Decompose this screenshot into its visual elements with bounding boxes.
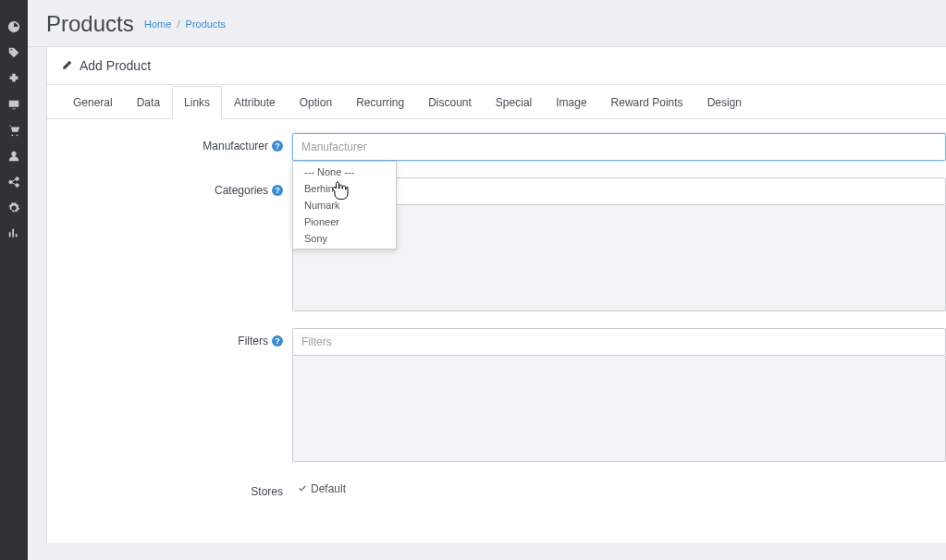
breadcrumb-sep: / — [177, 18, 179, 30]
filters-wellbox — [292, 356, 946, 462]
label-stores-text: Stores — [251, 485, 283, 498]
sidebar-item-share[interactable] — [0, 169, 28, 195]
label-filters-text: Filters — [238, 335, 268, 347]
check-icon — [298, 484, 307, 493]
stores-default-label[interactable]: Default — [311, 482, 346, 495]
sidebar — [0, 0, 28, 560]
row-manufacturer: Manufacturer ? --- None --- Berhinger Nu… — [47, 133, 946, 161]
filters-control — [292, 328, 946, 462]
sidebar-item-extensions[interactable] — [0, 66, 28, 91]
form-area: Manufacturer ? --- None --- Berhinger Nu… — [47, 119, 946, 542]
manufacturer-option-berhinger[interactable]: Berhinger — [293, 180, 396, 197]
sidebar-item-dashboard[interactable] — [0, 14, 28, 40]
tab-design[interactable]: Design — [695, 86, 754, 119]
tab-recurring[interactable]: Recurring — [344, 86, 416, 119]
tab-attribute[interactable]: Attribute — [222, 86, 288, 119]
label-filters: Filters ? — [47, 328, 292, 347]
panel-heading: Add Product — [47, 47, 946, 85]
stores-value: Default — [292, 479, 946, 495]
tab-option[interactable]: Option — [288, 86, 344, 119]
manufacturer-option-numark[interactable]: Numark — [293, 197, 396, 213]
tab-general[interactable]: General — [61, 86, 125, 119]
manufacturer-option-sony[interactable]: Sony — [293, 230, 396, 247]
tab-discount[interactable]: Discount — [416, 86, 484, 119]
row-categories: Categories ? — [47, 177, 946, 311]
row-filters: Filters ? — [47, 328, 946, 462]
manufacturer-option-none[interactable]: --- None --- — [293, 164, 396, 180]
main: Products Home / Products Add Product Gen… — [28, 0, 946, 560]
tab-image[interactable]: Image — [544, 86, 598, 119]
filters-input[interactable] — [292, 328, 946, 356]
sidebar-item-user[interactable] — [0, 143, 28, 169]
breadcrumb-current[interactable]: Products — [186, 18, 226, 30]
breadcrumb-home[interactable]: Home — [144, 18, 171, 30]
tab-data[interactable]: Data — [125, 86, 172, 119]
help-icon[interactable]: ? — [272, 140, 283, 152]
tab-links[interactable]: Links — [172, 86, 222, 119]
pencil-icon — [61, 60, 72, 71]
manufacturer-control: --- None --- Berhinger Numark Pioneer So… — [292, 133, 946, 161]
tabs: General Data Links Attribute Option Recu… — [47, 85, 946, 119]
label-stores: Stores — [47, 479, 292, 498]
sidebar-item-settings[interactable] — [0, 195, 28, 221]
tab-special[interactable]: Special — [484, 86, 544, 119]
breadcrumb: Home / Products — [144, 18, 226, 30]
label-manufacturer-text: Manufacturer — [203, 140, 268, 152]
manufacturer-dropdown: --- None --- Berhinger Numark Pioneer So… — [292, 161, 397, 250]
manufacturer-option-pioneer[interactable]: Pioneer — [293, 213, 396, 230]
page-title: Products — [46, 11, 134, 37]
label-manufacturer: Manufacturer ? — [47, 133, 292, 152]
manufacturer-input[interactable] — [292, 133, 946, 161]
help-icon[interactable]: ? — [272, 335, 283, 347]
page-header: Products Home / Products — [28, 0, 946, 47]
panel: Add Product General Data Links Attribute… — [46, 47, 946, 542]
row-stores: Stores Default — [47, 479, 946, 498]
help-icon[interactable]: ? — [272, 185, 283, 196]
sidebar-item-cart[interactable] — [0, 117, 28, 143]
sidebar-item-display[interactable] — [0, 91, 28, 117]
sidebar-item-stats[interactable] — [0, 221, 28, 247]
sidebar-item-tags[interactable] — [0, 40, 28, 66]
label-categories-text: Categories — [215, 184, 268, 197]
panel-heading-text: Add Product — [80, 58, 151, 73]
tab-reward-points[interactable]: Reward Points — [599, 86, 695, 119]
label-categories: Categories ? — [47, 177, 292, 197]
